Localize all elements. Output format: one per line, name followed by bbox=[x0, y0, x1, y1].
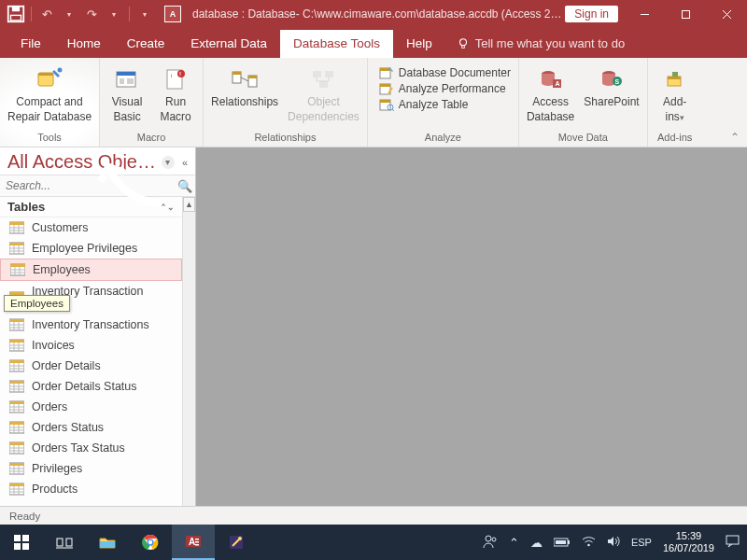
table-icon bbox=[9, 400, 24, 413]
svg-rect-94 bbox=[9, 401, 24, 404]
tab-file[interactable]: File bbox=[7, 30, 54, 58]
nav-collapse-icon[interactable]: « bbox=[182, 157, 188, 168]
visual-basic-icon bbox=[112, 65, 142, 93]
title-bar: ↶ ▾ ↷ ▾ ▾ A database : Database- C:\www.… bbox=[0, 0, 747, 28]
addins-button[interactable]: Add- ins▾ bbox=[652, 63, 698, 123]
analyze-table-button[interactable]: Analyze Table bbox=[375, 97, 514, 112]
access-taskbar[interactable]: A bbox=[172, 525, 215, 560]
qat-customize-icon[interactable]: ▾ bbox=[134, 4, 155, 24]
tables-category-header[interactable]: Tables ⌃⌄ bbox=[0, 197, 182, 217]
svg-point-141 bbox=[486, 536, 491, 541]
redo-icon[interactable]: ↷ bbox=[81, 4, 102, 24]
svg-text:S: S bbox=[614, 78, 619, 85]
svg-rect-2 bbox=[11, 15, 21, 21]
tell-me-search[interactable]: Tell me what you want to do bbox=[445, 30, 636, 58]
search-icon[interactable]: 🔍 bbox=[175, 175, 195, 196]
svg-point-146 bbox=[587, 543, 590, 546]
nav-item-label: Orders Tax Status bbox=[32, 441, 125, 455]
clock[interactable]: 15:39 16/07/2019 bbox=[663, 530, 714, 553]
table-icon bbox=[9, 441, 24, 455]
tab-database-tools[interactable]: Database Tools bbox=[280, 30, 393, 58]
access-database-button[interactable]: A Access Database bbox=[523, 63, 578, 123]
tab-external-data[interactable]: External Data bbox=[177, 30, 280, 58]
collapse-ribbon-icon[interactable]: ⌃ bbox=[730, 131, 740, 144]
file-explorer-taskbar[interactable] bbox=[86, 525, 129, 560]
action-center-icon[interactable] bbox=[726, 535, 740, 551]
people-icon[interactable] bbox=[483, 534, 498, 552]
nav-item-label: Customers bbox=[32, 221, 88, 234]
task-view-button[interactable] bbox=[43, 525, 86, 560]
group-relationships: Relationships Object Dependencies Relati… bbox=[204, 58, 368, 147]
svg-rect-25 bbox=[313, 71, 321, 77]
sharepoint-button[interactable]: S SharePoint bbox=[580, 63, 642, 108]
table-icon bbox=[9, 359, 24, 372]
wifi-icon[interactable] bbox=[582, 536, 596, 550]
nav-item-label: Employees bbox=[33, 263, 91, 276]
database-documenter-button[interactable]: Database Documenter bbox=[375, 65, 514, 80]
category-collapse-icon[interactable]: ⌃⌄ bbox=[160, 203, 175, 212]
tab-home[interactable]: Home bbox=[54, 30, 114, 58]
svg-rect-23 bbox=[233, 72, 241, 75]
svg-text:A: A bbox=[189, 537, 195, 547]
maximize-button[interactable] bbox=[665, 0, 706, 28]
run-macro-button[interactable]: i! Run Macro bbox=[152, 63, 199, 123]
language-indicator[interactable]: ESP bbox=[631, 537, 652, 548]
tray-expand-icon[interactable]: ⌃ bbox=[509, 536, 519, 550]
app-taskbar-5[interactable] bbox=[215, 525, 258, 560]
save-icon[interactable] bbox=[6, 4, 26, 24]
nav-pane-header[interactable]: All Access Obje… ▾ « bbox=[0, 147, 195, 175]
group-macro: Visual Basic i! Run Macro Macro bbox=[100, 58, 204, 147]
status-text: Ready bbox=[9, 511, 40, 522]
undo-icon[interactable]: ↶ bbox=[36, 4, 57, 24]
nav-item-label: Invoices bbox=[32, 339, 75, 352]
minimize-button[interactable] bbox=[624, 0, 665, 28]
nav-item-order-details-status[interactable]: Order Details Status bbox=[0, 376, 182, 397]
ribbon: Compact and Repair Database Tools Visual… bbox=[0, 58, 747, 147]
start-button[interactable] bbox=[0, 525, 43, 560]
onedrive-icon[interactable]: ☁ bbox=[530, 536, 543, 550]
chrome-taskbar[interactable] bbox=[129, 525, 172, 560]
scroll-up-icon[interactable]: ▲ bbox=[183, 197, 195, 212]
sharepoint-icon: S bbox=[597, 65, 627, 93]
nav-item-invoices[interactable]: Invoices bbox=[0, 335, 182, 356]
tab-create[interactable]: Create bbox=[114, 30, 178, 58]
svg-rect-118 bbox=[9, 483, 24, 486]
nav-item-privileges[interactable]: Privileges bbox=[0, 458, 182, 479]
nav-item-customers[interactable]: Customers bbox=[0, 217, 182, 238]
nav-item-employees[interactable]: Employees bbox=[0, 259, 182, 281]
volume-icon[interactable] bbox=[607, 536, 620, 550]
battery-icon[interactable] bbox=[554, 536, 571, 550]
svg-rect-29 bbox=[380, 68, 390, 71]
undo-dropdown-icon[interactable]: ▾ bbox=[59, 4, 79, 24]
svg-rect-126 bbox=[22, 543, 29, 550]
group-addins-label: Add-ins bbox=[657, 130, 692, 147]
nav-item-inventory-transactions[interactable]: Inventory Transactions bbox=[0, 315, 182, 335]
nav-search-input[interactable] bbox=[0, 175, 175, 196]
nav-item-order-details[interactable]: Order Details bbox=[0, 356, 182, 376]
svg-rect-43 bbox=[668, 77, 681, 79]
signin-button[interactable]: Sign in bbox=[565, 6, 618, 22]
analyze-performance-button[interactable]: Analyze Performance bbox=[375, 81, 514, 96]
system-tray: ⌃ ☁ ESP 15:39 16/07/2019 bbox=[483, 530, 747, 553]
redo-dropdown-icon[interactable]: ▾ bbox=[104, 4, 124, 24]
svg-rect-31 bbox=[380, 84, 390, 87]
visual-basic-button[interactable]: Visual Basic bbox=[104, 63, 150, 123]
quick-access-toolbar: ↶ ▾ ↷ ▾ ▾ bbox=[0, 4, 161, 24]
nav-scrollbar[interactable]: ▲ ▼ bbox=[182, 197, 195, 525]
close-button[interactable] bbox=[706, 0, 747, 28]
nav-filter-dropdown-icon[interactable]: ▾ bbox=[162, 156, 175, 169]
relationships-button[interactable]: Relationships bbox=[207, 63, 282, 108]
tab-help[interactable]: Help bbox=[393, 30, 445, 58]
nav-item-label: Order Details bbox=[32, 359, 101, 372]
performance-icon bbox=[379, 82, 394, 95]
svg-rect-82 bbox=[9, 360, 24, 363]
compact-repair-button[interactable]: Compact and Repair Database bbox=[4, 63, 95, 123]
nav-item-employee-privileges[interactable]: Employee Privileges bbox=[0, 238, 182, 259]
nav-item-orders[interactable]: Orders bbox=[0, 397, 182, 417]
nav-item-products[interactable]: Products bbox=[0, 479, 182, 499]
nav-item-orders-status[interactable]: Orders Status bbox=[0, 417, 182, 438]
svg-rect-125 bbox=[14, 543, 21, 550]
compact-line2: Repair Database bbox=[7, 110, 92, 123]
nav-item-orders-tax-status[interactable]: Orders Tax Status bbox=[0, 438, 182, 458]
table-icon bbox=[9, 380, 24, 393]
